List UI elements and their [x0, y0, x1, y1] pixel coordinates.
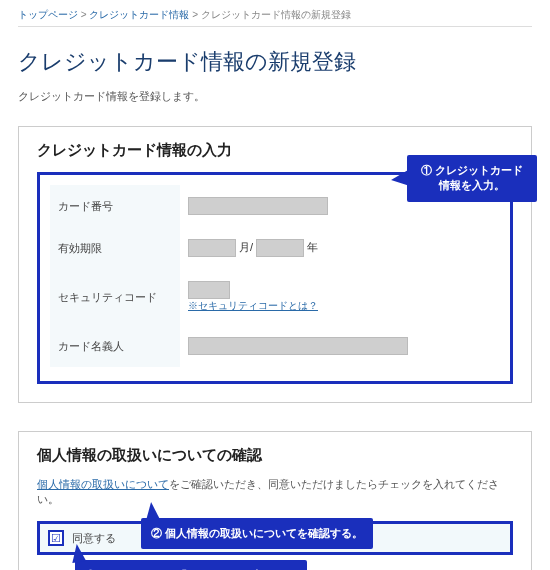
- expiry-month-suffix: 月/: [239, 241, 253, 253]
- expiry-month-select[interactable]: [188, 239, 236, 257]
- callout-2-text: ② 個人情報の取扱いについてを確認する。: [151, 527, 363, 539]
- callout-1-text: ① クレジットカード情報を入力。: [421, 164, 523, 191]
- callout-1: ① クレジットカード情報を入力。: [407, 155, 537, 202]
- card-name-label: カード名義人: [50, 325, 180, 367]
- breadcrumb-sep: >: [81, 9, 87, 20]
- card-expiry-label: 有効期限: [50, 227, 180, 269]
- privacy-text-row: 個人情報の取扱いについてをご確認いただき、同意いただけましたらチェックを入れてく…: [37, 477, 513, 507]
- callout-2: ② 個人情報の取扱いについてを確認する。: [141, 518, 373, 549]
- card-number-input[interactable]: [188, 197, 328, 215]
- security-code-help-link[interactable]: ※セキュリティコードとは？: [188, 300, 318, 311]
- card-form-frame: カード番号 有効期限 月/ 年 セキュリティコード ※セキュリティコードと: [37, 172, 513, 384]
- breadcrumb-mid[interactable]: クレジットカード情報: [89, 9, 189, 20]
- callout-arrow-icon: [70, 543, 86, 563]
- card-section: クレジットカード情報の入力 カード番号 有効期限 月/ 年 セキュリティコード: [18, 126, 532, 403]
- security-code-input[interactable]: [188, 281, 230, 299]
- breadcrumb-sep: >: [192, 9, 198, 20]
- card-name-input[interactable]: [188, 337, 408, 355]
- agree-checkbox[interactable]: ☑: [48, 530, 64, 546]
- breadcrumb: トップページ > クレジットカード情報 > クレジットカード情報の新規登録: [18, 8, 532, 27]
- privacy-section: 個人情報の取扱いについての確認 個人情報の取扱いについてをご確認いただき、同意い…: [18, 431, 532, 570]
- expiry-year-select[interactable]: [256, 239, 304, 257]
- security-code-label: セキュリティコード: [50, 269, 180, 325]
- card-number-label: カード番号: [50, 185, 180, 227]
- callout-3: ③ 問題がなければ「チェック」を入れる。: [75, 560, 307, 570]
- card-form-table: カード番号 有効期限 月/ 年 セキュリティコード ※セキュリティコードと: [50, 185, 500, 367]
- callout-arrow-icon: [144, 501, 160, 520]
- expiry-year-suffix: 年: [307, 241, 318, 253]
- page-intro: クレジットカード情報を登録します。: [18, 89, 532, 104]
- breadcrumb-home[interactable]: トップページ: [18, 9, 78, 20]
- page-title: クレジットカード情報の新規登録: [18, 47, 532, 77]
- callout-arrow-icon: [390, 170, 410, 188]
- privacy-policy-link[interactable]: 個人情報の取扱いについて: [37, 478, 169, 490]
- privacy-section-title: 個人情報の取扱いについての確認: [37, 446, 513, 465]
- breadcrumb-current: クレジットカード情報の新規登録: [201, 9, 351, 20]
